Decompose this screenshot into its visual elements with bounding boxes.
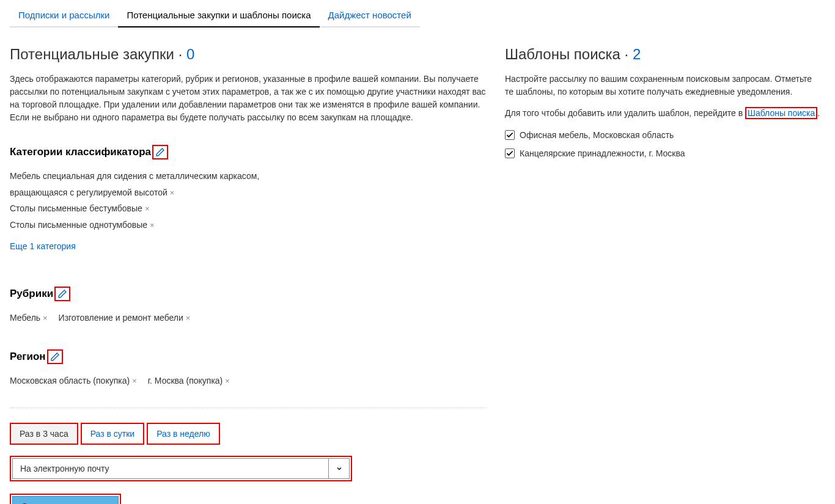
template-label: Канцелярские принадлежности, г. Москва [520,148,685,158]
remove-tag-icon[interactable]: × [43,313,48,323]
remove-tag-icon[interactable]: × [145,204,150,213]
search-templates-description: Настройте рассылку по вашим сохраненным … [505,73,823,98]
frequency-selector: Раз в 3 часа Раз в сутки Раз в неделю [10,423,487,445]
template-checkbox[interactable] [505,148,515,158]
heading-text: Потенциальные закупки [10,46,174,62]
categories-title: Категории классификатора [10,146,151,158]
save-changes-button[interactable]: Сохранить изменения [12,496,119,504]
search-templates-link[interactable]: Шаблоны поиска [745,107,817,119]
category-tag: Мебель специальная для сидения с металли… [10,171,259,197]
rubric-tag: Изготовление и ремонт мебели [59,313,183,323]
delivery-method-value: На электронную почту [13,464,328,473]
tab-news-digest[interactable]: Дайджест новостей [320,6,420,27]
rubrics-list: Мебель× Изготовление и ремонт мебели× [10,310,487,326]
heading-text: Шаблоны поиска [505,46,620,62]
edit-categories-button[interactable] [152,145,168,159]
template-row: Офисная мебель, Московская область [505,130,823,140]
section-divider [10,407,487,408]
tabs-nav: Подписки и рассылки Потенциальные закупк… [0,0,835,27]
frequency-3hours-button[interactable]: Раз в 3 часа [10,423,78,445]
region-tag: Московская область (покупка) [10,376,130,385]
note-suffix: . [817,108,820,118]
search-templates-count: 2 [633,46,641,62]
potential-purchases-description: Здесь отображаются параметры категорий, … [10,73,487,124]
heading-separator: · [178,46,186,62]
edit-region-button[interactable] [47,349,63,364]
search-templates-heading: Шаблоны поиска · 2 [505,46,823,63]
remove-tag-icon[interactable]: × [132,376,137,385]
pencil-icon [155,147,165,157]
remove-tag-icon[interactable]: × [225,376,230,385]
check-icon [506,131,514,139]
edit-rubrics-button[interactable] [54,287,70,301]
pencil-icon [50,352,60,362]
tab-subscriptions[interactable]: Подписки и рассылки [10,6,118,27]
template-row: Канцелярские принадлежности, г. Москва [505,148,823,158]
note-prefix: Для того чтобы добавить или удалить шабл… [505,108,745,118]
chevron-down-icon [328,459,349,478]
check-icon [506,149,514,158]
category-tag: Столы письменные однотумбовые [10,220,147,230]
pencil-icon [57,289,67,299]
potential-purchases-count: 0 [186,46,194,62]
categories-list: Мебель специальная для сидения с металли… [10,168,487,233]
search-templates-note: Для того чтобы добавить или удалить шабл… [505,108,823,118]
region-list: Московская область (покупка)× г. Москва … [10,373,487,389]
frequency-daily-button[interactable]: Раз в сутки [81,423,145,445]
remove-tag-icon[interactable]: × [170,188,175,197]
remove-tag-icon[interactable]: × [186,313,191,323]
frequency-weekly-button[interactable]: Раз в неделю [147,423,220,445]
remove-tag-icon[interactable]: × [150,221,155,230]
category-tag: Столы письменные бестумбовые [10,203,142,213]
delivery-method-select[interactable]: На электронную почту [10,456,352,481]
region-tag: г. Москва (покупка) [148,376,223,385]
show-more-categories-link[interactable]: Еще 1 категория [10,241,76,251]
template-checkbox[interactable] [505,130,515,140]
region-title: Регион [10,351,46,363]
potential-purchases-heading: Потенциальные закупки · 0 [10,46,487,63]
heading-separator: · [625,46,633,62]
rubric-tag: Мебель [10,313,40,323]
tab-potential-purchases[interactable]: Потенциальные закупки и шаблоны поиска [118,6,319,27]
template-label: Офисная мебель, Московская область [520,130,674,140]
rubrics-title: Рубрики [10,288,53,300]
